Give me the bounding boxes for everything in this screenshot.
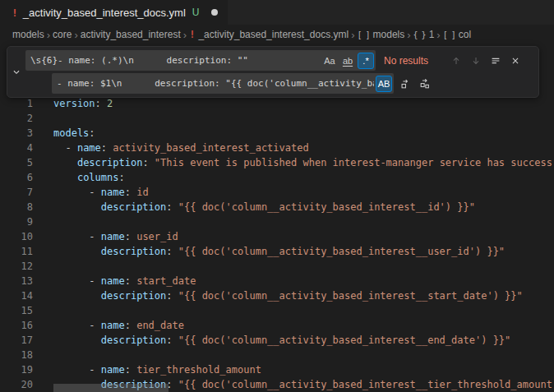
match-case-button[interactable]: Aa [321,53,338,69]
tab-activity-based-interest-docs[interactable]: ! _activity_based_interest_docs.yml U [0,0,228,25]
editor[interactable]: \s{6}- name: (.*)\n description: "" Aa a… [0,44,554,392]
vscode-window: ! _activity_based_interest_docs.yml U mo… [0,0,554,392]
replace-value-text: - name: $1\n description: "{{ doc('colum… [57,78,374,89]
breadcrumb-label: _activity_based_interest_docs.yml [198,29,349,40]
code-line: description: "{{ doc('column__activity_b… [53,333,554,348]
breadcrumb-label: 1 [429,29,435,40]
replace-all-button[interactable] [416,75,433,92]
code-line [53,111,554,126]
chevron-right-icon: › [351,29,354,41]
find-results-label: No results [384,55,436,67]
chevron-right-icon: › [436,29,440,41]
line-number[interactable]: 6 [0,170,33,185]
code-line: - name: id [53,185,554,200]
line-number[interactable]: 1 [0,96,33,111]
line-number[interactable]: 13 [0,274,33,288]
code-lines: version: 2models: - name: activity_based… [53,96,554,392]
yaml-file-icon: ! [12,7,18,19]
preserve-case-button[interactable]: AB [376,76,392,92]
line-number[interactable]: 5 [0,155,33,170]
find-widget-rows: \s{6}- name: (.*)\n description: "" Aa a… [25,47,538,97]
code-line: version: 2 [53,96,554,111]
line-number[interactable]: 20 [0,377,33,392]
code-line: - name: end_date [53,318,554,333]
code-line: - name: user_id [53,229,554,244]
code-line: - name: activity_based_interest_activate… [53,141,554,155]
line-number[interactable]: 3 [0,126,33,141]
line-number[interactable]: 15 [0,303,33,318]
regex-button[interactable]: .* [358,53,374,69]
chevron-down-icon [11,67,22,78]
line-number[interactable]: 7 [0,185,33,200]
code-line: - name: start_date [53,274,554,288]
close-find-widget-button[interactable] [506,52,524,69]
breadcrumb-item--activity-based-interest-docs-yml[interactable]: !_activity_based_interest_docs.yml [189,29,349,40]
line-number[interactable]: 17 [0,333,33,348]
code-line: description: "{{ doc('column__activity_b… [53,288,554,303]
next-match-button[interactable] [467,52,484,69]
code-line: columns: [53,170,554,185]
dirty-indicator-dot[interactable] [211,9,218,16]
replace-input[interactable]: - name: $1\n description: "{{ doc('colum… [52,73,394,94]
line-number[interactable]: 2 [0,111,33,126]
chevron-right-icon: › [183,29,187,41]
array-symbol-icon: [ ] [357,30,369,39]
breadcrumb-label: models [12,29,44,40]
tab-title: _activity_based_interest_docs.yml [23,7,186,19]
code-line [53,348,554,362]
editor-body: 1234567891011121314151617181920 version:… [0,96,554,392]
find-input[interactable]: \s{6}- name: (.*)\n description: "" Aa a… [25,50,376,71]
line-number[interactable]: 4 [0,141,33,155]
chevron-right-icon: › [407,29,410,41]
tab-bar: ! _activity_based_interest_docs.yml U [0,0,554,25]
selection-lines-icon [490,55,501,67]
line-number[interactable]: 18 [0,348,33,362]
yaml-symbol-icon: ! [189,29,195,40]
breadcrumb-label: activity_based_interest [81,29,181,40]
replace-all-icon [419,78,431,90]
find-widget: \s{6}- name: (.*)\n description: "" Aa a… [7,46,539,98]
arrow-up-icon [450,55,462,67]
line-number[interactable]: 10 [0,229,33,244]
gutter[interactable]: 1234567891011121314151617181920 [0,96,33,392]
breadcrumb-item-core[interactable]: core [53,29,72,40]
horizontal-scrollbar[interactable] [53,384,169,392]
breadcrumb-item-models[interactable]: models [12,29,44,40]
code-line: - name: tier_threshold_amount [53,362,554,377]
line-number[interactable]: 9 [0,214,33,229]
find-row: \s{6}- name: (.*)\n description: "" Aa a… [25,50,533,71]
breadcrumb-item-1[interactable]: { }1 [413,29,435,40]
code-line: models: [53,126,554,141]
code-line [53,303,554,318]
line-number[interactable]: 16 [0,318,33,333]
find-in-selection-button[interactable] [487,52,504,69]
breadcrumb-item-activity-based-interest[interactable]: activity_based_interest [81,29,181,40]
line-number[interactable]: 8 [0,200,33,214]
git-status-badge: U [192,7,200,18]
previous-match-button[interactable] [447,52,464,69]
code-line: description: "{{ doc('column__activity_b… [53,244,554,259]
replace-row: - name: $1\n description: "{{ doc('colum… [52,73,533,94]
line-number[interactable]: 14 [0,288,33,303]
line-number[interactable]: 12 [0,259,33,274]
code-line [53,259,554,274]
breadcrumb-item-col[interactable]: [ ]col [443,29,471,40]
breadcrumb: models›core›activity_based_interest›!_ac… [0,25,554,44]
code-line: description: "{{ doc('column__activity_b… [53,200,554,214]
replace-icon [399,78,411,90]
close-icon [510,55,521,67]
code-line [53,214,554,229]
replace-button[interactable] [396,75,413,92]
whole-word-button[interactable]: ab [339,53,356,69]
breadcrumb-item-models[interactable]: [ ]models [357,29,404,40]
breadcrumb-label: core [53,29,72,40]
line-number[interactable]: 11 [0,244,33,259]
breadcrumb-label: col [459,29,471,40]
breadcrumb-label: models [373,29,405,40]
chevron-right-icon: › [47,29,50,41]
array-symbol-icon: [ ] [443,30,455,39]
object-symbol-icon: { } [413,30,426,39]
arrow-down-icon [470,55,482,67]
toggle-replace-button[interactable] [7,47,25,97]
line-number[interactable]: 19 [0,362,33,377]
